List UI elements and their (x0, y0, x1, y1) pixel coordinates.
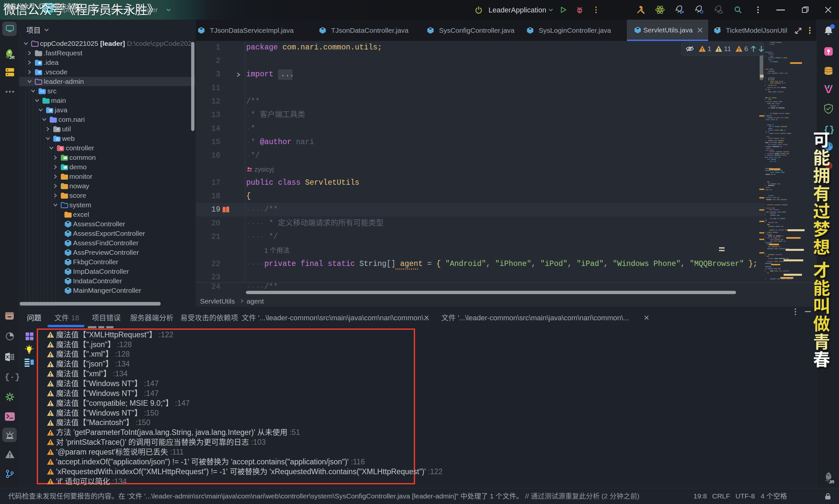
svg-text:X: X (6, 354, 9, 360)
